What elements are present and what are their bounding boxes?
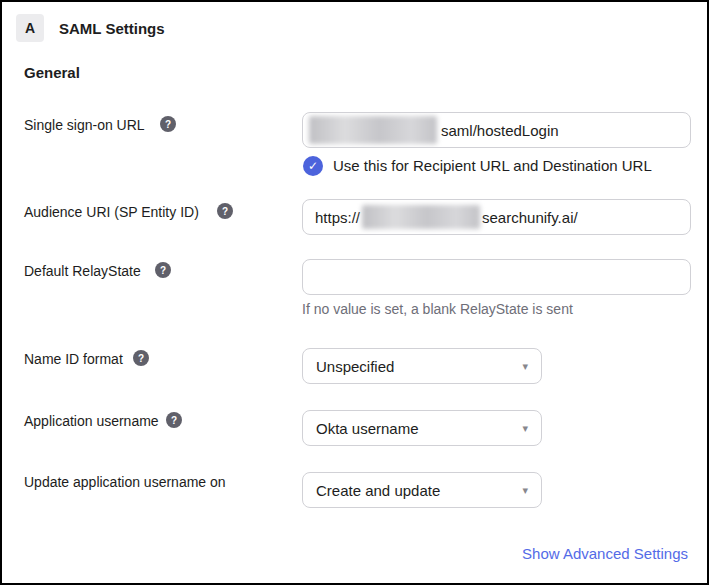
- sso-url-label: Single sign-on URL: [24, 116, 145, 134]
- audience-uri-input[interactable]: https:// searchunify.ai/: [302, 199, 691, 235]
- show-advanced-settings-link[interactable]: Show Advanced Settings: [522, 545, 688, 562]
- sso-url-help-icon[interactable]: ?: [160, 116, 176, 132]
- redacted-text-block: [362, 205, 480, 229]
- default-relaystate-help-icon[interactable]: ?: [155, 262, 171, 278]
- audience-uri-prefix: https://: [315, 209, 360, 226]
- application-username-label: Application username: [24, 412, 159, 430]
- default-relaystate-label: Default RelayState: [24, 262, 141, 280]
- saml-settings-panel: A SAML Settings General Single sign-on U…: [0, 0, 709, 585]
- update-app-username-dropdown[interactable]: Create and update ▾: [302, 472, 542, 508]
- chevron-down-icon: ▾: [522, 485, 528, 496]
- step-badge-letter: A: [25, 20, 35, 36]
- update-app-username-label: Update application username on: [24, 473, 226, 491]
- default-relaystate-helper: If no value is set, a blank RelayState i…: [302, 301, 573, 317]
- application-username-help-icon[interactable]: ?: [166, 412, 182, 428]
- name-id-format-label: Name ID format: [24, 350, 123, 368]
- step-badge: A: [16, 14, 44, 42]
- recipient-destination-checkbox[interactable]: ✓: [303, 156, 323, 176]
- sso-url-input[interactable]: saml/hostedLogin: [302, 112, 691, 148]
- redacted-text-block: [309, 116, 437, 144]
- name-id-format-selected: Unspecified: [316, 358, 394, 375]
- audience-uri-help-icon[interactable]: ?: [217, 203, 233, 219]
- application-username-selected: Okta username: [316, 420, 419, 437]
- update-app-username-selected: Create and update: [316, 482, 440, 499]
- audience-uri-suffix: searchunify.ai/: [482, 209, 578, 226]
- sso-url-value: saml/hostedLogin: [441, 122, 559, 139]
- page-title: SAML Settings: [59, 14, 165, 42]
- default-relaystate-input[interactable]: [315, 260, 678, 294]
- application-username-dropdown[interactable]: Okta username ▾: [302, 410, 542, 446]
- chevron-down-icon: ▾: [522, 423, 528, 434]
- checkmark-icon: ✓: [308, 159, 318, 173]
- default-relaystate-field: [302, 259, 691, 295]
- audience-uri-label: Audience URI (SP Entity ID): [24, 203, 199, 221]
- name-id-format-help-icon[interactable]: ?: [133, 350, 149, 366]
- section-heading-general: General: [24, 64, 80, 81]
- recipient-destination-checkbox-label[interactable]: Use this for Recipient URL and Destinati…: [333, 157, 652, 174]
- name-id-format-dropdown[interactable]: Unspecified ▾: [302, 348, 542, 384]
- chevron-down-icon: ▾: [522, 361, 528, 372]
